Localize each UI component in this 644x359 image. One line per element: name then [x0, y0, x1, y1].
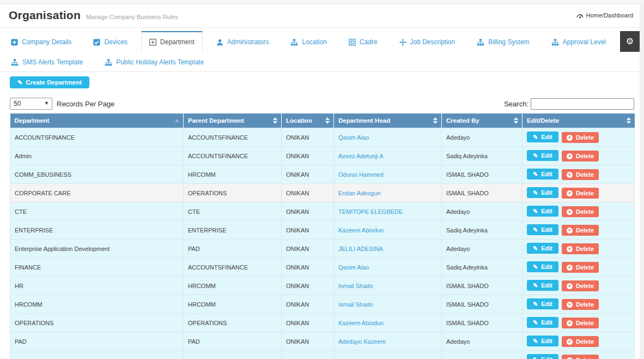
sort-icon [627, 117, 631, 124]
edit-button[interactable]: ✎Edit [527, 206, 558, 217]
tab-devices[interactable]: Devices [85, 31, 136, 51]
department-head-link[interactable]: Enitan Adeogun [338, 190, 381, 196]
delete-button[interactable]: ×Delete [562, 132, 599, 143]
tab-approval-level[interactable]: Approval Level [543, 31, 614, 51]
sort-asc-icon [175, 119, 179, 122]
delete-button[interactable]: ×Delete [562, 299, 599, 310]
table-row: CTECTEONIKANTEMITOPE ELEGBEDEAdedayo✎Edi… [10, 202, 635, 221]
sitemap-icon [105, 59, 112, 66]
department-head-cell: Qasim Alao [334, 128, 442, 147]
edit-button[interactable]: ✎Edit [527, 169, 558, 180]
department-head-link[interactable]: Odunsi Hammed [338, 171, 384, 178]
tab-billing-system[interactable]: Billing System [469, 31, 537, 51]
department-head-link[interactable]: JELILI ADESINA [338, 246, 383, 252]
settings-gear-button[interactable]: ⚙ [620, 31, 640, 52]
edit-button[interactable]: ✎Edit [527, 336, 558, 346]
location-cell: ONIKAN [282, 221, 334, 240]
parent-department-cell: CTE [184, 202, 282, 221]
table-row: OPERATIONSOPERATIONSONIKANKazeem Abiodun… [10, 314, 635, 332]
department-head-link[interactable]: Qasim Alao [338, 134, 369, 141]
delete-button[interactable]: ×Delete [562, 280, 599, 291]
tab-cadre[interactable]: Cadre [341, 31, 386, 51]
plus-square-icon [11, 39, 18, 46]
created-by-cell: Adedayo [442, 202, 523, 221]
delete-button[interactable]: ×Delete [562, 355, 599, 359]
column-header-department-head[interactable]: Department Head [334, 113, 442, 128]
search-label: Search: [504, 100, 528, 108]
column-header-parent-department[interactable]: Parent Department [184, 113, 282, 128]
table-row: Enterprise Application DevelopmentPADONI… [10, 240, 635, 258]
tab-label: Department [160, 38, 195, 46]
parent-department-cell: HRCOMM [184, 277, 282, 295]
tab-administrators[interactable]: Administrators [208, 31, 277, 51]
delete-button[interactable]: ×Delete [562, 243, 599, 254]
tab-department[interactable]: Department [141, 31, 203, 51]
pencil-icon: ✎ [17, 80, 22, 86]
department-head-link[interactable]: TEMITOPE ELEGBEDE [338, 208, 403, 215]
tab-public-holiday-alerts-template[interactable]: Public Holiday Alerts Template [96, 51, 212, 71]
edit-button[interactable]: ✎Edit [527, 224, 558, 235]
table-row: ENTERPRISEENTERPRISEONIKANKazeem Abiodun… [10, 221, 635, 240]
delete-button[interactable]: ×Delete [562, 169, 599, 180]
tab-company-details[interactable]: Company Details [3, 31, 80, 51]
edit-button[interactable]: ✎Edit [527, 243, 558, 254]
move-icon [399, 39, 406, 46]
actions-cell: ✎Edit×Delete [523, 351, 635, 359]
column-header-location[interactable]: Location [282, 113, 334, 128]
actions-cell: ✎Edit×Delete [523, 165, 635, 184]
edit-button[interactable]: ✎Edit [527, 354, 558, 359]
sitemap-icon [11, 59, 19, 66]
user-icon [216, 39, 223, 46]
column-header-created-by[interactable]: Created By [442, 113, 523, 128]
tabs-section: Company DetailsDevicesDepartmentAdminist… [0, 31, 644, 72]
location-cell: ONIKAN [282, 314, 334, 332]
department-head-link[interactable]: Qasim Alao [338, 264, 369, 271]
actions-cell: ✎Edit×Delete [523, 147, 635, 165]
parent-department-cell: HRCOMM [184, 165, 282, 184]
department-head-link[interactable]: Ismail Shado [338, 283, 373, 289]
page-subtitle: Manage Company Business Rules [86, 14, 178, 20]
edit-button[interactable]: ✎Edit [527, 261, 558, 272]
tab-label: Billing System [488, 38, 529, 46]
edit-button[interactable]: ✎Edit [527, 131, 558, 142]
created-by-cell: Sadiq Adeyinka [442, 221, 523, 240]
table-row: FINANCEACCOUNTSFINANCEONIKANQasim AlaoSa… [10, 258, 635, 277]
tab-location[interactable]: Location [282, 31, 335, 51]
department-head-link[interactable]: Ismail Shado [338, 301, 373, 308]
times-circle-icon: × [567, 228, 573, 234]
search-input[interactable] [531, 98, 634, 110]
edit-button[interactable]: ✎Edit [527, 280, 558, 291]
delete-button[interactable]: ×Delete [562, 225, 599, 236]
department-head-link[interactable]: Kazeem Abiodun [338, 227, 384, 234]
delete-button[interactable]: ×Delete [562, 318, 599, 328]
delete-button[interactable]: ×Delete [562, 188, 599, 199]
actions-cell: ✎Edit×Delete [523, 202, 635, 221]
tab-sms-alerts-template[interactable]: SMS Alerts Template [3, 51, 91, 71]
column-header-department[interactable]: Department [10, 113, 184, 128]
tab-job-description[interactable]: Job Description [391, 31, 464, 51]
breadcrumb[interactable]: Home/Dashboard [576, 12, 633, 19]
records-per-page-select[interactable]: 50 [10, 98, 52, 110]
department-head-link[interactable]: Adedayo Kazeem [338, 338, 386, 345]
times-circle-icon: × [567, 172, 573, 178]
tab-label: SMS Alerts Template [22, 58, 83, 66]
actions-cell: ✎Edit×Delete [523, 240, 635, 258]
delete-button[interactable]: ×Delete [562, 151, 599, 161]
created-by-cell: Sadiq Adeyinka [442, 147, 523, 165]
column-header-edit-delete[interactable]: Edit/Delete [523, 113, 635, 128]
edit-button[interactable]: ✎Edit [527, 187, 558, 198]
delete-button[interactable]: ×Delete [562, 262, 599, 273]
delete-button[interactable]: ×Delete [562, 336, 599, 347]
times-circle-icon: × [567, 357, 573, 359]
parent-department-cell: OPERATIONS [184, 184, 282, 202]
create-department-button[interactable]: ✎ Create Department [10, 76, 89, 88]
times-circle-icon: × [567, 153, 573, 159]
edit-button[interactable]: ✎Edit [527, 298, 558, 309]
department-head-link[interactable]: Kazeem Abiodun [338, 320, 384, 326]
tab-label: Location [302, 38, 326, 46]
delete-button[interactable]: ×Delete [562, 206, 599, 217]
edit-button[interactable]: ✎Edit [527, 150, 558, 161]
actions-cell: ✎Edit×Delete [523, 128, 635, 147]
edit-button[interactable]: ✎Edit [527, 317, 558, 328]
department-head-link[interactable]: Azeez Adetunji A [338, 153, 384, 159]
